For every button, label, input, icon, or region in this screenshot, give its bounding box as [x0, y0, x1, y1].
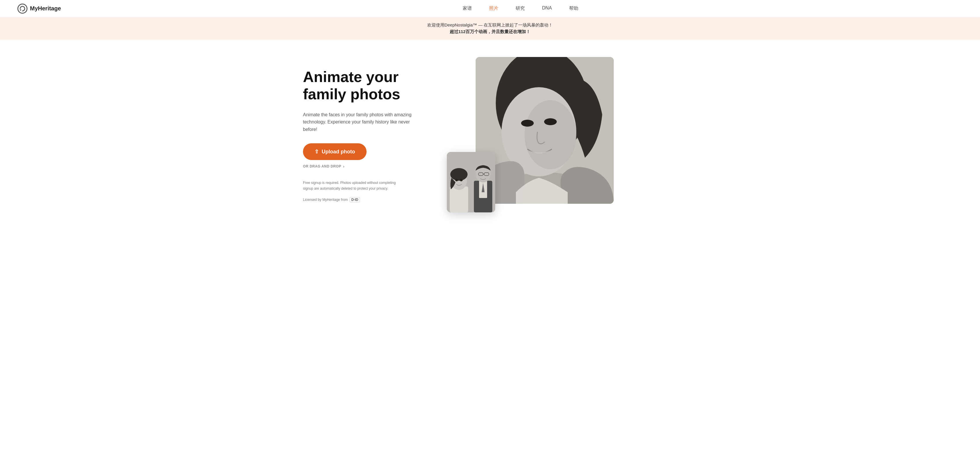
nav-links: 家谱 照片 研究 DNA 帮助 — [78, 5, 963, 11]
did-logo: D·ID — [350, 197, 360, 202]
nav-item-help[interactable]: 帮助 — [569, 5, 578, 11]
hero-subtitle: Animate the faces in your family photos … — [303, 111, 418, 133]
svg-rect-23 — [447, 152, 495, 212]
svg-marker-1 — [19, 9, 21, 11]
upload-icon: ⇧ — [315, 148, 319, 155]
main-photo — [476, 57, 614, 204]
hero-title: Animate your family photos — [303, 68, 435, 103]
upload-photo-button[interactable]: ⇧ Upload photo — [303, 143, 367, 160]
nav-link-research[interactable]: 研究 — [515, 6, 525, 11]
small-photo-inner — [447, 152, 495, 212]
logo-text: MyHeritage — [30, 5, 61, 12]
navbar: MyHeritage 家谱 照片 研究 DNA 帮助 — [0, 0, 980, 17]
nav-link-help[interactable]: 帮助 — [569, 6, 578, 11]
drag-drop-arrow-icon: › — [343, 164, 344, 169]
drag-and-drop[interactable]: OR DRAG AND DROP › — [303, 164, 435, 169]
couple-svg — [447, 152, 495, 212]
license-note: Licensed by MyHeritage from D·ID — [303, 197, 435, 202]
logo-link[interactable]: MyHeritage — [17, 3, 61, 14]
logo-icon — [17, 3, 28, 14]
nav-item-photo[interactable]: 照片 — [489, 5, 498, 11]
nav-link-photo[interactable]: 照片 — [489, 6, 498, 11]
license-label: Licensed by MyHeritage from — [303, 198, 348, 202]
svg-point-0 — [18, 4, 27, 13]
nav-link-dna[interactable]: DNA — [542, 5, 552, 10]
nav-item-dna[interactable]: DNA — [542, 5, 552, 11]
portrait-svg — [476, 57, 614, 204]
upload-button-label: Upload photo — [322, 149, 355, 155]
main-photo-inner — [476, 57, 614, 204]
main-content: Animate your family photos Animate the f… — [245, 40, 735, 230]
small-photo — [447, 152, 495, 212]
nav-link-jipu[interactable]: 家谱 — [463, 6, 472, 11]
svg-rect-9 — [476, 57, 614, 204]
promo-banner: 欢迎使用DeepNostalgia™ — 在互联网上掀起了一场风暴的轰动！ 超过… — [0, 17, 980, 40]
privacy-note: Free signup is required. Photos uploaded… — [303, 180, 407, 191]
banner-line1: 欢迎使用DeepNostalgia™ — 在互联网上掀起了一场风暴的轰动！ — [6, 22, 974, 28]
left-panel: Animate your family photos Animate the f… — [303, 57, 435, 202]
nav-item-research[interactable]: 研究 — [515, 5, 525, 11]
banner-line2: 超过112百万个动画，并且数量还在增加！ — [6, 29, 974, 35]
right-panel — [458, 57, 717, 212]
nav-item-jipu[interactable]: 家谱 — [463, 5, 472, 11]
drag-drop-label: OR DRAG AND DROP — [303, 164, 341, 168]
